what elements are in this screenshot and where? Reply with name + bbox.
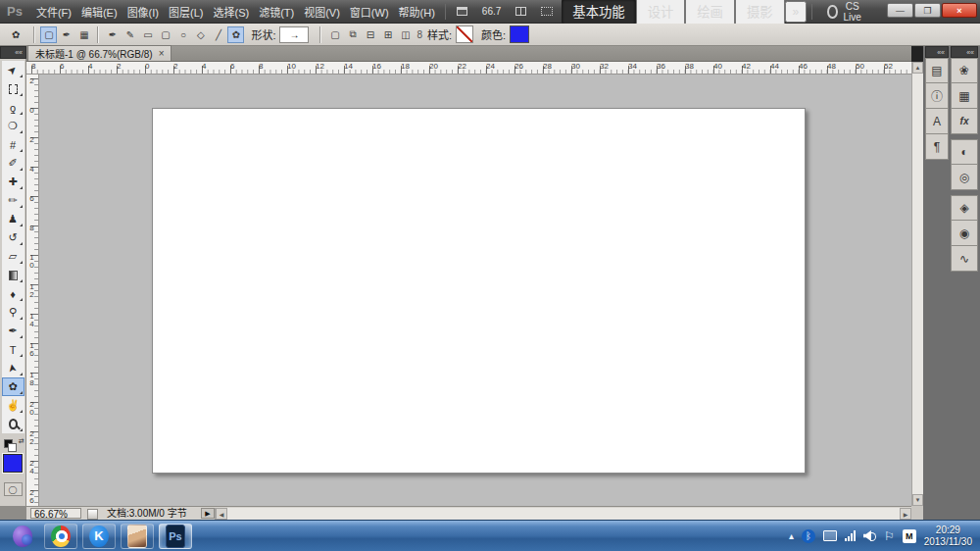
zoom-tool-button[interactable]	[2, 415, 24, 433]
clone-stamp-tool-button[interactable]: ♟	[2, 210, 24, 228]
line-option-button[interactable]: ╱	[210, 26, 226, 43]
move-tool-button[interactable]: ➤	[2, 61, 24, 79]
quick-mask-button[interactable]: ◯	[4, 482, 23, 496]
tool-preset-picker[interactable]: ✿	[6, 26, 28, 43]
quick-selection-tool-button[interactable]: ❍	[2, 117, 24, 135]
channels-panel-button[interactable]: ◉	[951, 221, 978, 246]
workspace-button-1[interactable]: 设计	[636, 0, 686, 25]
masks-panel-button[interactable]: ◎	[951, 165, 978, 190]
horizontal-scrollbar[interactable]: ◀ ▶	[215, 508, 911, 520]
menu-item-6[interactable]: 视图(V)	[299, 0, 345, 24]
kugou-app-button[interactable]: K	[82, 524, 116, 549]
intersect-shape-area-button[interactable]: ⊞	[379, 26, 396, 43]
menu-item-0[interactable]: 文件(F)	[31, 0, 76, 24]
color-panel-button[interactable]: ❀	[951, 58, 978, 83]
lasso-tool-button[interactable]: ƍ	[2, 98, 24, 117]
custom-shape-tool-button[interactable]: ✿	[2, 377, 24, 396]
type-tool-button[interactable]: T	[2, 340, 24, 359]
marquee-tool-button[interactable]	[2, 79, 24, 98]
menu-item-5[interactable]: 滤镜(T)	[254, 0, 299, 24]
taskbar-clock[interactable]: 20:29 2013/11/30	[924, 525, 972, 548]
close-icon[interactable]: ×	[159, 48, 165, 59]
dock-collapse-button[interactable]: ««	[925, 46, 949, 58]
photoshop-app-button[interactable]: Ps	[159, 524, 192, 549]
blur-tool-button[interactable]: ♦	[2, 284, 24, 303]
signal-strength-icon[interactable]	[845, 530, 856, 541]
navigator-panel-button[interactable]: ▤	[925, 58, 949, 83]
layers-panel-button[interactable]: ◈	[951, 195, 978, 221]
eyedropper-tool-button[interactable]: ✐	[2, 154, 24, 173]
paragraph-panel-button[interactable]: ¶	[925, 134, 949, 160]
styles-panel-button[interactable]: fx	[951, 109, 978, 134]
paths-mode-button[interactable]: ✒	[58, 26, 74, 43]
character-panel-button[interactable]: A	[925, 109, 949, 134]
network-icon[interactable]	[823, 530, 837, 541]
dock-collapse-button[interactable]: ««	[951, 46, 978, 58]
horizontal-ruler[interactable]: 8642024681012141618202224262830323436384…	[26, 62, 911, 75]
action-center-flag-icon[interactable]: ⚐	[884, 529, 895, 543]
launch-bridge-button[interactable]	[451, 4, 476, 19]
close-button[interactable]: ×	[942, 3, 977, 18]
menu-item-3[interactable]: 图层(L)	[164, 0, 208, 24]
crop-tool-button[interactable]: #	[2, 135, 24, 154]
foreground-color-swatch[interactable]	[3, 454, 23, 473]
brush-tool-button[interactable]: ✏	[2, 191, 24, 210]
canvas[interactable]	[152, 108, 806, 474]
dodge-tool-button[interactable]: ⚲	[2, 303, 24, 322]
minimize-button[interactable]: —	[887, 3, 913, 18]
style-swatch[interactable]	[456, 25, 473, 43]
hand-tool-button[interactable]: ✌	[2, 396, 24, 415]
restore-button[interactable]: ❐	[914, 3, 941, 18]
workspace-button-3[interactable]: 摄影	[735, 0, 785, 25]
path-selection-tool-button[interactable]: ➤	[2, 359, 24, 377]
workspace-button-2[interactable]: 绘画	[685, 0, 735, 25]
rectangle-option-button[interactable]: ▭	[139, 26, 156, 43]
show-hidden-icons-button[interactable]: ▴	[789, 530, 794, 541]
vertical-ruler[interactable]: 202468101214161820222426	[26, 75, 39, 506]
ellipse-option-button[interactable]: ○	[174, 26, 191, 43]
scroll-left-arrow[interactable]: ◀	[216, 508, 227, 520]
screen-mode-button[interactable]	[535, 4, 562, 19]
cs-live-button[interactable]: CS Live	[821, 0, 872, 25]
browser-app-button[interactable]	[6, 524, 39, 549]
menu-item-4[interactable]: 选择(S)	[208, 0, 254, 24]
swatches-panel-button[interactable]: ▦	[951, 83, 978, 109]
zoom-level-dropdown[interactable]: 66.7	[476, 3, 510, 20]
bluetooth-icon[interactable]: ᛒ	[802, 529, 815, 543]
rounded-rectangle-option-button[interactable]: ▢	[157, 26, 173, 43]
eraser-tool-button[interactable]: ▱	[2, 247, 24, 266]
shape-color-swatch[interactable]	[510, 25, 529, 43]
workspace-overflow-button[interactable]: »	[785, 1, 808, 23]
subtract-shape-area-button[interactable]: ⊟	[362, 26, 378, 43]
document-tab[interactable]: 未标题-1 @ 66.7%(RGB/8) ×	[27, 45, 172, 61]
workspace-button-0[interactable]: 基本功能	[562, 0, 635, 25]
adjustments-panel-button[interactable]: ◐	[951, 139, 978, 165]
pen-tool-option-button[interactable]: ✒	[104, 26, 121, 43]
pen-tool-button[interactable]: ✒	[2, 322, 24, 340]
spot-healing-brush-tool-button[interactable]: ✚	[2, 173, 24, 191]
scroll-up-arrow[interactable]: ▲	[912, 62, 923, 74]
menu-item-8[interactable]: 帮助(H)	[394, 0, 440, 24]
menu-item-2[interactable]: 图像(I)	[122, 0, 164, 24]
default-colors-icon[interactable]: ⇄	[2, 437, 24, 451]
view-extras-button[interactable]	[510, 4, 535, 19]
custom-shape-option-button[interactable]: ✿	[227, 26, 244, 43]
shape-layers-mode-button[interactable]: ▢	[40, 26, 57, 43]
freeform-pen-option-button[interactable]: ✎	[122, 26, 138, 43]
add-shape-area-button[interactable]: ⧉	[344, 26, 361, 43]
info-panel-button[interactable]: ⓘ	[925, 83, 949, 109]
paths-panel-button[interactable]: ∿	[951, 246, 978, 272]
menu-item-1[interactable]: 编辑(E)	[76, 0, 122, 24]
qq-app-button[interactable]	[121, 524, 154, 549]
shape-preview-box[interactable]: →	[279, 26, 309, 43]
volume-icon[interactable]	[863, 530, 876, 541]
status-zoom-field[interactable]: 66.67%	[30, 508, 81, 519]
chrome-app-button[interactable]	[44, 524, 77, 549]
status-menu-button[interactable]: ▶	[201, 508, 215, 519]
swap-colors-icon[interactable]: ⇄	[19, 437, 24, 445]
input-method-icon[interactable]: M	[903, 529, 916, 543]
tools-panel-collapse-button[interactable]: ««	[0, 46, 26, 59]
new-shape-area-button[interactable]: ▢	[326, 26, 343, 43]
history-brush-tool-button[interactable]: ↺	[2, 228, 24, 247]
exclude-shape-area-button[interactable]: ◫	[397, 26, 414, 43]
